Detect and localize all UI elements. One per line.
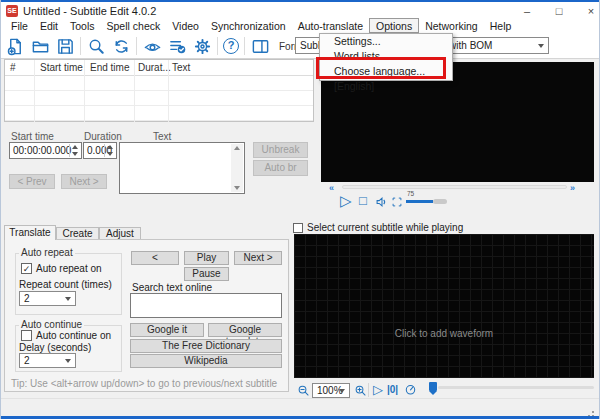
column-duration[interactable]: Durat... [138,62,171,73]
window-border-top [1,0,600,2]
menu-edit[interactable]: Edit [34,18,64,33]
play-icon[interactable]: ▷ [340,192,352,210]
chevron-down-icon [538,44,544,48]
maximize-button[interactable]: □ [545,4,573,19]
visual-sync-icon[interactable] [142,36,162,56]
delay-dropdown[interactable]: 2 [19,353,76,368]
seek-forward-icon[interactable]: » [570,183,575,193]
waveform-zoom-dropdown[interactable]: 100% [312,383,350,398]
start-time-label: Start time [11,131,54,142]
subtitle-text-area[interactable] [119,142,245,194]
open-file-icon[interactable] [30,36,50,56]
back-button[interactable]: < [131,251,179,265]
start-time-input[interactable]: 00:00:00.000 [9,142,82,159]
menu-spell-check[interactable]: Spell check [101,18,167,33]
auto-continue-checkbox-label: Auto continue on [36,330,111,341]
column-number[interactable]: # [10,62,16,73]
volume-slider-fill[interactable] [406,200,433,203]
zoom-in-icon[interactable] [354,384,367,399]
pause-button[interactable]: Pause [184,267,229,281]
repeat-count-label: Repeat count (times) [19,279,112,290]
next-sub-button[interactable]: Next > [234,251,282,265]
seek-back-icon[interactable]: « [329,183,334,193]
menu-networking[interactable]: Networking [419,18,484,33]
search-online-label: Search text online [132,282,212,293]
column-text[interactable]: Text [172,62,190,73]
search-online-input[interactable] [130,293,282,318]
volume-slider-knob[interactable] [433,199,447,204]
waveform-area[interactable]: Click to add waveform [294,234,594,378]
menu-file[interactable]: File [5,18,34,33]
stop-icon[interactable]: □ [359,193,367,208]
prev-button[interactable]: < Prev [9,174,55,189]
text-label: Text [153,131,171,142]
duration-input[interactable]: 0.000 [83,142,117,159]
delay-label: Delay (seconds) [19,342,91,353]
play-from-zero-icon[interactable]: |0| [387,384,398,395]
menu-help[interactable]: Help [484,18,518,33]
window-title: Untitled - Subtitle Edit 4.0.2 [23,5,156,17]
position-marker-tip [429,391,437,395]
play-button[interactable]: Play [184,251,229,265]
auto-repeat-checkbox[interactable]: ✓ [21,263,32,274]
divider [168,60,169,122]
scroll-down-icon[interactable] [234,186,240,190]
menu-item-settings[interactable]: Settings... [320,34,452,49]
menu-synchronization[interactable]: Synchronization [205,18,292,33]
toolbar-separator [244,37,245,55]
layout-icon[interactable] [250,36,270,56]
menu-tools[interactable]: Tools [64,18,101,33]
next-button[interactable]: Next > [61,174,107,189]
toolbar-separator [80,37,81,55]
divider [368,383,369,397]
find-icon[interactable] [86,36,106,56]
scroll-up-icon[interactable] [234,146,240,150]
zoom-out-icon[interactable] [297,384,310,399]
help-icon[interactable]: ? [223,38,239,54]
google-it-button[interactable]: Google it [130,323,204,337]
menu-options[interactable]: Options [369,18,419,33]
video-seekbar[interactable] [342,185,567,189]
minimize-button[interactable]: – [513,4,541,19]
wikipedia-button[interactable]: Wikipedia [130,354,282,368]
google-translate-button[interactable]: Google translate [208,323,282,337]
start-time-stepper[interactable] [69,144,80,157]
divider [5,90,313,91]
toolbar-separator [136,37,137,55]
playback-speed-icon[interactable] [404,383,417,398]
unbreak-button[interactable]: Unbreak [253,142,308,158]
auto-repeat-checkbox-label: Auto repeat on [36,263,102,274]
divider [5,120,313,121]
replace-icon[interactable] [111,36,131,56]
repeat-count-dropdown[interactable]: 2 [19,291,76,306]
chevron-down-icon [65,359,71,363]
duration-stepper[interactable] [104,144,115,157]
free-dictionary-button[interactable]: The Free Dictionary [130,339,282,353]
auto-continue-checkbox[interactable] [21,330,32,341]
close-button[interactable]: × [577,4,600,19]
waveform-play-icon[interactable]: ▷ [373,382,383,397]
waveform-placeholder: Click to add waveform [395,328,493,339]
select-subtitle-checkbox[interactable] [293,223,303,233]
column-end-time[interactable]: End time [90,62,129,73]
divider [84,60,85,122]
highlight-box [316,57,446,79]
resize-grip-icon[interactable] [592,411,594,413]
position-track[interactable] [438,386,594,389]
volume-icon[interactable] [375,195,389,211]
tab-translate[interactable]: Translate [4,225,56,240]
tip-text: Tip: Use <alt+arrow up/down> to go to pr… [11,378,277,389]
menu-auto-translate[interactable]: Auto-translate [292,18,369,33]
menu-video[interactable]: Video [166,18,205,33]
column-start-time[interactable]: Start time [40,62,83,73]
spell-check-icon[interactable] [167,36,187,56]
save-icon[interactable] [55,36,75,56]
scrollbar[interactable] [231,144,243,192]
position-marker[interactable] [429,382,437,391]
new-file-icon[interactable] [5,36,25,56]
settings-gear-icon[interactable] [192,36,212,56]
fullscreen-icon[interactable] [391,196,403,210]
auto-br-button[interactable]: Auto br [253,160,308,176]
duration-label: Duration [84,131,122,142]
chevron-down-icon [65,297,71,301]
